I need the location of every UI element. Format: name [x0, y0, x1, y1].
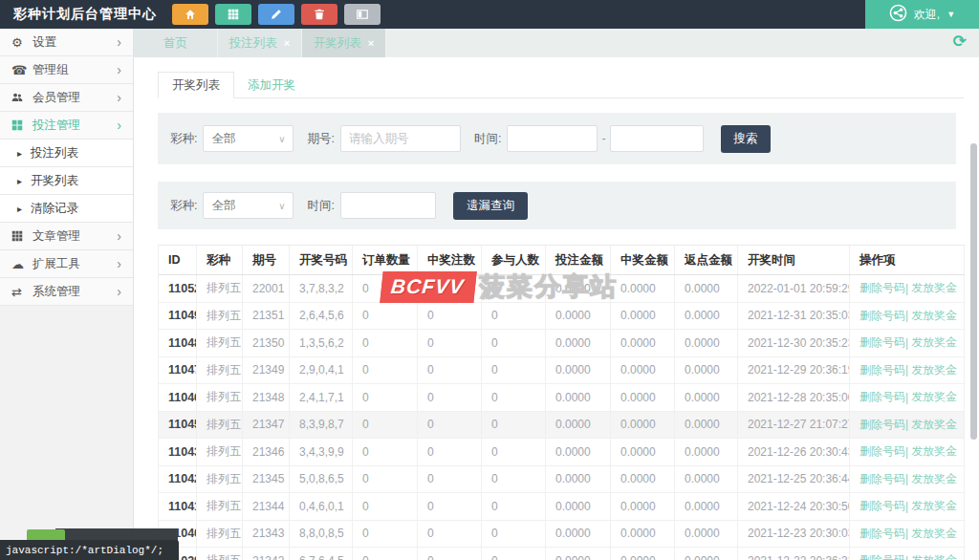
grant-prize-link[interactable]: 发放奖金 [911, 526, 957, 542]
table-row[interactable]: 11040排列五213438,8,0,8,50000.00000.00000.0… [159, 521, 965, 549]
delete-numbers-link[interactable]: 删除号码 [859, 334, 905, 351]
chevron-right-icon: › [117, 35, 121, 49]
cell-orders: 0 [353, 357, 418, 384]
delete-numbers-link[interactable]: 删除号码 [859, 552, 905, 560]
sidebar-item-清除记录[interactable]: ▸清除记录 [0, 195, 133, 223]
table-row[interactable]: 11043排列五213463,4,3,9,90000.00000.00000.0… [159, 439, 965, 466]
sidebar-item-管理组[interactable]: ☎管理组› [0, 56, 133, 84]
grant-prize-link[interactable]: 发放奖金 [911, 280, 957, 296]
miss-query-button[interactable]: 遗漏查询 [453, 192, 528, 220]
action-separator: | [905, 391, 908, 404]
grant-prize-link[interactable]: 发放奖金 [911, 498, 957, 514]
cell-id: 11052 [159, 275, 197, 302]
table-row[interactable]: 11042排列五213455,0,8,6,50000.00000.00000.0… [159, 466, 965, 494]
cell-win_count: 0 [418, 330, 482, 356]
select-caret-icon: ∨ [278, 134, 285, 144]
cell-actions: 删除号码| 发放奖金 [850, 412, 965, 439]
cell-bet_amount: 0.0000 [546, 330, 611, 356]
tab-开奖列表[interactable]: 开奖列表× [302, 29, 386, 57]
sidebar-item-文章管理[interactable]: 文章管理› [0, 223, 133, 250]
table-row[interactable]: 11045排列五213478,3,9,8,70000.00000.00000.0… [159, 412, 965, 440]
delete-button[interactable] [301, 4, 337, 25]
sidebar-item-label: 投注列表 [31, 145, 78, 162]
grant-prize-link[interactable]: 发放奖金 [911, 389, 957, 405]
miss-time-input[interactable] [340, 192, 436, 219]
subtab-开奖列表[interactable]: 开奖列表 [158, 72, 234, 98]
cell-orders: 0 [353, 493, 418, 520]
chevron-right-icon: › [117, 91, 121, 104]
close-icon[interactable]: × [284, 37, 290, 49]
cell-bet_amount: 0.0000 [546, 439, 611, 465]
sidebar-item-开奖列表[interactable]: ▸开奖列表 [0, 167, 133, 195]
delete-numbers-link[interactable]: 删除号码 [859, 526, 905, 542]
cell-lottery: 排列五 [197, 275, 243, 302]
sidebar-item-系统管理[interactable]: ⇄系统管理› [0, 278, 133, 306]
subtab-row: 开奖列表添加开奖 [158, 72, 964, 98]
cell-actions: 删除号码| 发放奖金 [850, 330, 965, 356]
user-menu[interactable]: 欢迎, ▼ [865, 0, 979, 29]
cell-win_amount: 0.0000 [611, 384, 675, 411]
grant-prize-link[interactable]: 发放奖金 [911, 417, 957, 433]
sidebar-item-扩展工具[interactable]: ☁扩展工具› [0, 250, 133, 278]
tab-投注列表[interactable]: 投注列表× [218, 29, 302, 57]
cell-time: 2021-12-26 20:30:43 [738, 439, 850, 465]
delete-numbers-link[interactable]: 删除号码 [859, 443, 905, 460]
delete-numbers-link[interactable]: 删除号码 [859, 389, 905, 405]
cell-rebate_amount: 0.0000 [675, 521, 738, 548]
grid-button[interactable] [215, 4, 251, 25]
table-row[interactable]: 11049排列五213512,6,4,5,60000.00000.00000.0… [159, 303, 965, 331]
draw-filter-panel: 彩种: 全部 ∨ 期号: 时间: - 搜索 [158, 113, 956, 164]
grant-prize-link[interactable]: 发放奖金 [911, 471, 957, 487]
table-row[interactable]: 11039排列五213426,7,6,4,50000.00000.00000.0… [159, 548, 965, 560]
cell-win_amount: 0.0000 [611, 439, 675, 465]
table-row[interactable]: 11052排列五220013,7,8,3,20000.00000.00000.0… [159, 275, 965, 303]
cell-rebate_amount: 0.0000 [675, 303, 738, 330]
grant-prize-link[interactable]: 发放奖金 [911, 308, 957, 324]
tab-首页[interactable]: 首页 [134, 29, 218, 57]
close-icon[interactable]: × [368, 37, 374, 49]
tabs-container: 首页投注列表×开奖列表× [134, 29, 979, 57]
cell-issue: 21344 [243, 493, 290, 520]
cell-id: 11049 [159, 303, 197, 330]
sidebar-item-设置[interactable]: ⚙设置› [0, 29, 133, 56]
delete-numbers-link[interactable]: 删除号码 [859, 308, 905, 324]
grant-prize-link[interactable]: 发放奖金 [911, 362, 957, 378]
cell-issue: 22001 [243, 275, 290, 302]
tab-label: 开奖列表 [314, 35, 361, 52]
home-button[interactable] [172, 4, 208, 25]
subtab-添加开奖[interactable]: 添加开奖 [234, 72, 309, 98]
time-end-input[interactable] [610, 125, 704, 152]
panel-icon [357, 9, 368, 20]
cell-issue: 21347 [243, 412, 290, 439]
cell-issue: 21346 [243, 439, 290, 465]
delete-numbers-link[interactable]: 删除号码 [859, 362, 905, 378]
panel-button[interactable] [344, 4, 381, 25]
table-row[interactable]: 11046排列五213482,4,1,7,10000.00000.00000.0… [159, 384, 965, 412]
sidebar-item-投注列表[interactable]: ▸投注列表 [0, 140, 133, 167]
sidebar-item-会员管理[interactable]: 会员管理› [0, 84, 133, 112]
table-row[interactable]: 11041排列五213440,4,6,0,10000.00000.00000.0… [159, 493, 965, 521]
grant-prize-link[interactable]: 发放奖金 [911, 334, 957, 351]
search-button[interactable]: 搜索 [721, 125, 771, 153]
issue-input[interactable] [340, 125, 461, 152]
cell-orders: 0 [353, 384, 418, 411]
delete-numbers-link[interactable]: 删除号码 [859, 280, 905, 296]
grant-prize-link[interactable]: 发放奖金 [911, 552, 957, 560]
sidebar-item-投注管理[interactable]: 投注管理› [0, 112, 133, 140]
grant-prize-link[interactable]: 发放奖金 [911, 443, 957, 460]
vertical-scrollbar-thumb[interactable] [970, 143, 977, 440]
table-row[interactable]: 11047排列五213492,9,0,4,10000.00000.00000.0… [159, 357, 965, 385]
delete-numbers-link[interactable]: 删除号码 [859, 417, 905, 433]
cell-bet_amount: 0.0000 [546, 384, 611, 411]
delete-numbers-link[interactable]: 删除号码 [859, 471, 905, 487]
cell-issue: 21343 [243, 521, 290, 548]
cell-numbers: 3,7,8,3,2 [290, 275, 353, 302]
refresh-icon[interactable]: ⟳ [953, 33, 967, 50]
time-start-input[interactable] [507, 125, 598, 152]
delete-numbers-link[interactable]: 删除号码 [859, 498, 905, 514]
miss-lottery-select[interactable]: 全部 ∨ [203, 192, 294, 219]
lottery-type-select[interactable]: 全部 ∨ [203, 125, 294, 152]
table-row[interactable]: 11048排列五213501,3,5,6,20000.00000.00000.0… [159, 330, 965, 357]
edit-button[interactable] [258, 4, 294, 25]
sidebar-item-label: 清除记录 [31, 201, 78, 217]
